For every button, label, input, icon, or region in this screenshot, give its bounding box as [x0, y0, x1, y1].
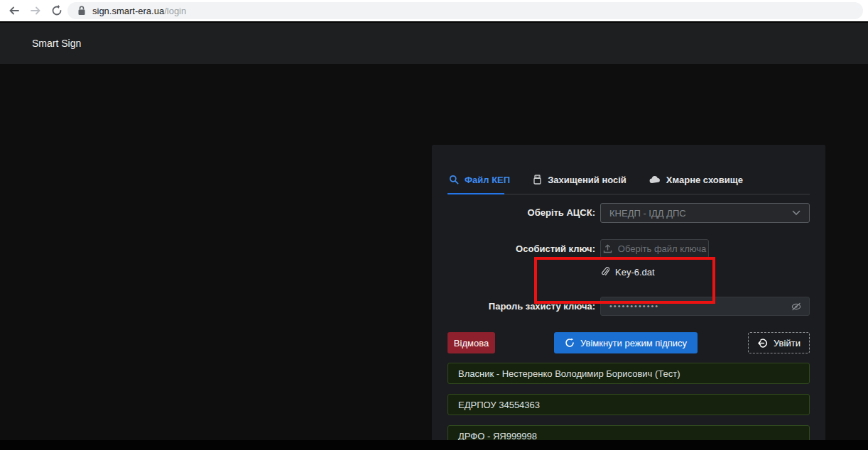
- url-host: sign.smart-era.ua: [92, 6, 164, 16]
- upload-icon: [603, 244, 612, 253]
- login-button-label: Увійти: [774, 338, 801, 349]
- lock-icon[interactable]: [77, 6, 86, 16]
- back-arrow-icon: [9, 5, 20, 16]
- cert-edrpou-text: ЕДРПОУ 34554363: [458, 400, 540, 410]
- acsk-label: Оберіть АЦСК:: [432, 203, 595, 223]
- app-title: Smart Sign: [32, 23, 81, 64]
- attached-file-row: Key-6.dat: [601, 265, 655, 278]
- usb-drive-icon: [533, 175, 542, 185]
- url-text: sign.smart-era.ua/login: [92, 6, 186, 16]
- search-icon: [449, 175, 459, 185]
- tab-label: Захищений носій: [548, 175, 626, 185]
- key-file-name: Key-6.dat: [615, 267, 655, 278]
- password-masked-value: ••••••••••••: [609, 302, 791, 310]
- tab-label: Файл КЕП: [465, 175, 510, 185]
- url-path: /login: [164, 6, 186, 16]
- page-background: Файл КЕП Захищений носій Хмарне сховище …: [0, 64, 868, 440]
- eye-slash-icon[interactable]: [791, 302, 802, 312]
- choose-key-file-button[interactable]: Оберіть файл ключа: [600, 239, 709, 258]
- choose-key-file-label: Оберіть файл ключа: [618, 243, 706, 254]
- acsk-select[interactable]: КНЕДП - ІДД ДПС: [600, 203, 810, 223]
- tab-cloud-storage[interactable]: Хмарне сховище: [649, 175, 743, 185]
- browser-reload-button[interactable]: [48, 2, 65, 19]
- forward-arrow-icon: [30, 5, 41, 16]
- browser-forward-button[interactable]: [27, 2, 44, 19]
- tab-secure-token[interactable]: Захищений носій: [533, 175, 626, 185]
- app-header: Smart Sign: [0, 23, 868, 64]
- address-bar[interactable]: sign.smart-era.ua/login: [67, 2, 863, 19]
- enable-sign-mode-label: Увімкнути режим підпису: [580, 338, 687, 349]
- sync-icon: [565, 338, 575, 348]
- tab-file-kep[interactable]: Файл КЕП: [449, 175, 510, 185]
- active-tab-underline: [447, 193, 504, 194]
- tab-label: Хмарне сховище: [666, 175, 743, 185]
- cert-owner-row: Власник - Нестеренко Володимир Борисович…: [447, 363, 810, 384]
- login-panel: Файл КЕП Захищений носій Хмарне сховище …: [432, 145, 825, 450]
- cloud-icon: [649, 175, 661, 184]
- decline-button-label: Відмова: [454, 338, 489, 349]
- chevron-down-icon: [792, 210, 801, 216]
- password-label: Пароль захисту ключа:: [432, 297, 595, 316]
- enable-sign-mode-button[interactable]: Увімкнути режим підпису: [554, 332, 698, 353]
- cert-owner-text: Власник - Нестеренко Володимир Борисович…: [458, 368, 680, 379]
- paperclip-icon: [601, 267, 609, 277]
- browser-toolbar: sign.smart-era.ua/login: [0, 0, 868, 21]
- cert-edrpou-row: ЕДРПОУ 34554363: [447, 394, 810, 415]
- password-input[interactable]: ••••••••••••: [600, 297, 810, 316]
- browser-back-button[interactable]: [6, 2, 23, 19]
- button-row: Відмова Увімкнути режим підпису Увійти: [432, 332, 825, 353]
- key-label: Особистий ключ:: [432, 239, 595, 258]
- login-button[interactable]: Увійти: [748, 332, 810, 353]
- reload-icon: [51, 5, 63, 16]
- tab-bar: Файл КЕП Захищений носій Хмарне сховище: [432, 166, 825, 193]
- bottom-strip: [0, 440, 868, 450]
- decline-button[interactable]: Відмова: [447, 332, 495, 353]
- acsk-selected-value: КНЕДП - ІДД ДПС: [609, 208, 792, 219]
- sign-in-icon: [757, 338, 768, 349]
